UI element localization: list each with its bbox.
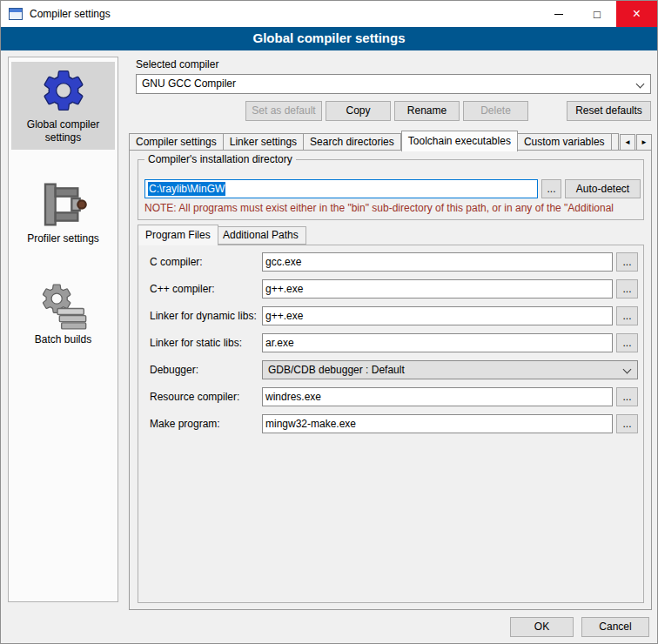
tab-scroll-arrows: ◄ ►	[619, 134, 652, 151]
install-dir-group-title: Compiler's installation directory	[144, 153, 296, 165]
blue-gear-icon	[39, 66, 88, 115]
make-program-label: Make program:	[150, 414, 220, 433]
linker-dynamic-label: Linker for dynamic libs:	[150, 306, 257, 325]
debugger-select[interactable]: GDB/CDB debugger : Default	[262, 360, 638, 379]
close-icon: ×	[633, 6, 641, 22]
compiler-settings-dialog: Compiler settings □ × Global compiler se…	[0, 0, 658, 644]
sidebar-item-label: Global compiler settings	[13, 118, 113, 144]
settings-tabstrip: Compiler settings Linker settings Search…	[129, 130, 652, 151]
resource-compiler-input[interactable]: windres.exe	[262, 387, 613, 406]
tab-toolchain-executables[interactable]: Toolchain executables	[401, 131, 518, 151]
c-compiler-label: C compiler:	[150, 252, 203, 272]
resource-compiler-browse-button[interactable]: ...	[616, 387, 638, 406]
set-as-default-button[interactable]: Set as default	[245, 101, 322, 121]
tab-scroll-left-icon[interactable]: ◄	[620, 134, 635, 151]
sidebar-item-batch-builds[interactable]: Batch builds	[11, 277, 115, 352]
tab-custom-variables[interactable]: Custom variables	[518, 133, 612, 151]
maximize-button[interactable]: □	[578, 1, 616, 27]
sidebar-item-label: Batch builds	[13, 333, 113, 346]
cpp-compiler-browse-button[interactable]: ...	[616, 279, 638, 299]
tab-build-options-clipped[interactable]: Buil	[612, 133, 619, 151]
sidebar-item-label: Profiler settings	[13, 232, 113, 245]
page-title: Global compiler settings	[1, 27, 657, 50]
ok-button[interactable]: OK	[510, 617, 574, 637]
sidebar-item-global-compiler-settings[interactable]: Global compiler settings	[11, 62, 115, 150]
settings-sidebar: Global compiler settings Profiler settin…	[8, 57, 118, 602]
close-button[interactable]: ×	[616, 1, 657, 27]
selected-compiler-label: Selected compiler	[136, 58, 218, 70]
make-program-input[interactable]: mingw32-make.exe	[262, 414, 613, 433]
debugger-label: Debugger:	[150, 360, 198, 379]
cpp-compiler-label: C++ compiler:	[150, 279, 215, 299]
delete-button[interactable]: Delete	[463, 101, 528, 121]
tab-linker-settings[interactable]: Linker settings	[224, 133, 304, 151]
titlebar: Compiler settings □ ×	[1, 1, 657, 27]
compiler-select[interactable]: GNU GCC Compiler	[136, 74, 651, 94]
make-program-browse-button[interactable]: ...	[616, 414, 638, 433]
resource-compiler-label: Resource compiler:	[150, 387, 239, 406]
sidebar-item-profiler-settings[interactable]: Profiler settings	[11, 176, 115, 251]
minimize-icon	[554, 14, 563, 15]
reset-defaults-button[interactable]: Reset defaults	[567, 101, 651, 121]
linker-dynamic-browse-button[interactable]: ...	[616, 306, 638, 325]
window-title: Compiler settings	[30, 8, 111, 20]
gray-gear-stack-icon	[39, 281, 88, 330]
tab-compiler-settings[interactable]: Compiler settings	[129, 133, 224, 151]
compiler-select-value: GNU GCC Compiler	[142, 77, 236, 90]
chevron-down-icon	[623, 366, 632, 374]
cancel-button[interactable]: Cancel	[581, 617, 649, 637]
install-dir-browse-button[interactable]: ...	[541, 179, 561, 198]
cpp-compiler-input[interactable]: g++.exe	[262, 279, 613, 299]
install-dir-input[interactable]: C:\raylib\MinGW	[144, 179, 538, 198]
linker-static-browse-button[interactable]: ...	[616, 333, 638, 352]
c-compiler-input[interactable]: gcc.exe	[262, 252, 613, 272]
profiler-clamp-icon	[39, 180, 88, 229]
chevron-down-icon	[636, 80, 645, 89]
linker-static-input[interactable]: ar.exe	[262, 333, 613, 352]
auto-detect-button[interactable]: Auto-detect	[565, 179, 641, 198]
maximize-icon: □	[594, 8, 601, 21]
debugger-select-value: GDB/CDB debugger : Default	[268, 364, 405, 376]
subtab-additional-paths[interactable]: Additional Paths	[215, 226, 306, 245]
app-window-icon	[9, 8, 23, 20]
copy-button[interactable]: Copy	[326, 101, 391, 121]
subtab-program-files[interactable]: Program Files	[138, 225, 218, 245]
tab-scroll-right-icon[interactable]: ►	[636, 134, 652, 151]
install-dir-note: NOTE: All programs must exist either in …	[144, 202, 643, 214]
linker-dynamic-input[interactable]: g++.exe	[262, 306, 613, 325]
install-dir-value: C:\raylib\MinGW	[148, 182, 225, 196]
tab-search-directories[interactable]: Search directories	[304, 133, 401, 151]
linker-static-label: Linker for static libs:	[150, 333, 242, 352]
minimize-button[interactable]	[540, 1, 578, 27]
rename-button[interactable]: Rename	[394, 101, 460, 121]
c-compiler-browse-button[interactable]: ...	[616, 252, 638, 272]
